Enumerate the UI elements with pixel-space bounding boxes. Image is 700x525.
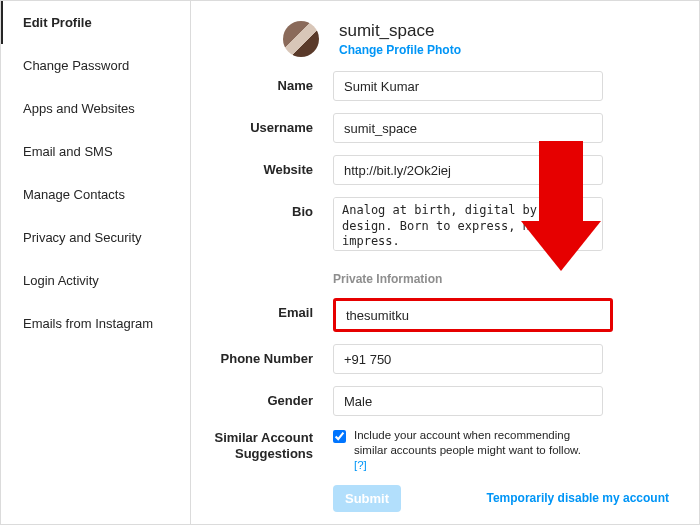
sidebar-item-edit-profile[interactable]: Edit Profile (1, 1, 190, 44)
private-info-heading: Private Information (333, 272, 669, 286)
name-label: Name (203, 71, 333, 93)
profile-header-text: sumit_space Change Profile Photo (339, 21, 461, 57)
email-label: Email (203, 298, 333, 320)
phone-label: Phone Number (203, 344, 333, 366)
settings-container: Edit Profile Change Password Apps and We… (0, 0, 700, 525)
sidebar-item-privacy-security[interactable]: Privacy and Security (1, 216, 190, 259)
suggestions-checkbox[interactable] (333, 430, 346, 443)
bio-label: Bio (203, 197, 333, 219)
sidebar-item-email-sms[interactable]: Email and SMS (1, 130, 190, 173)
sidebar-item-apps-websites[interactable]: Apps and Websites (1, 87, 190, 130)
sidebar-item-emails-instagram[interactable]: Emails from Instagram (1, 302, 190, 345)
sidebar-item-manage-contacts[interactable]: Manage Contacts (1, 173, 190, 216)
change-photo-link[interactable]: Change Profile Photo (339, 43, 461, 57)
gender-label: Gender (203, 386, 333, 408)
profile-username: sumit_space (339, 21, 461, 41)
phone-input[interactable] (333, 344, 603, 374)
website-input[interactable] (333, 155, 603, 185)
suggestions-text: Include your account when recommending s… (354, 428, 593, 473)
username-label: Username (203, 113, 333, 135)
main-panel: sumit_space Change Profile Photo Name Us… (191, 1, 699, 524)
website-label: Website (203, 155, 333, 177)
suggestions-checkbox-row[interactable]: Include your account when recommending s… (333, 428, 593, 473)
name-input[interactable] (333, 71, 603, 101)
sidebar-item-change-password[interactable]: Change Password (1, 44, 190, 87)
profile-header: sumit_space Change Profile Photo (283, 21, 669, 57)
avatar[interactable] (283, 21, 319, 57)
disable-account-link[interactable]: Temporarily disable my account (486, 491, 669, 505)
email-input[interactable] (333, 298, 613, 332)
suggestions-help-link[interactable]: [?] (354, 459, 367, 471)
sidebar-item-login-activity[interactable]: Login Activity (1, 259, 190, 302)
suggestions-label: Similar Account Suggestions (203, 428, 333, 461)
submit-button[interactable]: Submit (333, 485, 401, 512)
username-input[interactable] (333, 113, 603, 143)
bio-textarea[interactable]: Analog at birth, digital by design. Born… (333, 197, 603, 251)
sidebar: Edit Profile Change Password Apps and We… (1, 1, 191, 524)
gender-input[interactable] (333, 386, 603, 416)
